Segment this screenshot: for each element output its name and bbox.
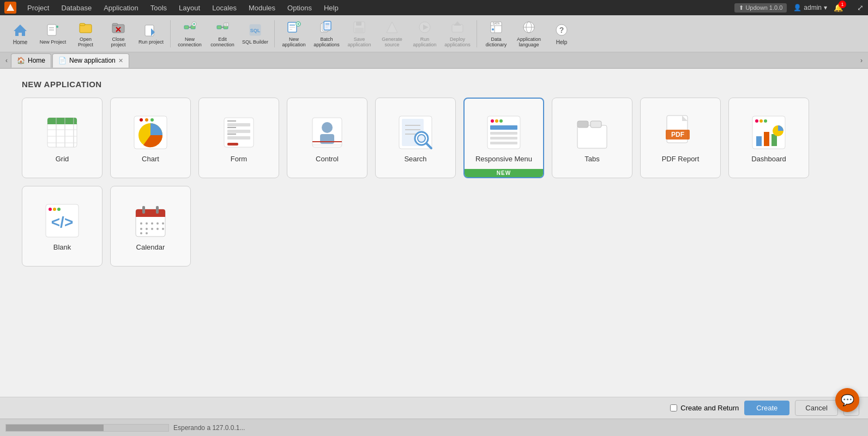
svg-point-93	[418, 135, 425, 142]
menu-tools[interactable]: Tools	[145, 2, 172, 14]
create-button[interactable]: Create	[744, 401, 789, 415]
svg-point-121	[57, 208, 61, 211]
svg-rect-24	[224, 23, 228, 26]
app-card-search[interactable]: Search	[375, 98, 456, 178]
run-application-icon	[417, 20, 432, 35]
app-card-calendar[interactable]: Calendar	[110, 186, 191, 267]
responsive-menu-icon	[485, 113, 523, 152]
page-tab-icon: 📄	[58, 57, 67, 64]
svg-point-96	[491, 119, 494, 123]
svg-text:?: ?	[559, 26, 564, 34]
svg-rect-77	[227, 136, 250, 140]
chat-bubble[interactable]: 💬	[835, 388, 859, 412]
new-project-button[interactable]: New Project	[37, 18, 69, 50]
app-card-blank[interactable]: </> Blank	[22, 186, 103, 267]
tab-close-button[interactable]: ✕	[118, 57, 123, 64]
save-application-button[interactable]: Save application	[343, 18, 375, 50]
app-card-form[interactable]: Form	[198, 98, 279, 178]
user-icon: 👤	[793, 4, 801, 11]
menu-application[interactable]: Application	[98, 2, 144, 14]
create-and-return-checkbox[interactable]	[670, 404, 677, 411]
deploy-applications-icon	[450, 20, 465, 35]
tab-scroll-right[interactable]: ›	[857, 53, 866, 68]
menu-database[interactable]: Database	[56, 2, 97, 14]
edit-connection-button[interactable]: Edit connection	[207, 18, 238, 50]
app-card-responsive-menu[interactable]: Responsive Menu NEW	[463, 98, 544, 178]
responsive-menu-label: Responsive Menu	[475, 155, 532, 163]
svg-marker-49	[454, 21, 461, 26]
sql-builder-icon: SQL	[248, 22, 263, 38]
user-menu[interactable]: 👤 admin ▾	[793, 4, 827, 11]
save-application-icon	[352, 20, 367, 35]
menu-layout[interactable]: Layout	[173, 2, 206, 14]
sql-builder-button[interactable]: SQL SQL Builder	[239, 18, 271, 50]
help-button[interactable]: ? Help	[546, 18, 577, 50]
svg-point-98	[499, 119, 503, 123]
svg-point-138	[140, 232, 142, 234]
svg-text:SQL: SQL	[250, 28, 261, 33]
svg-marker-45	[387, 22, 397, 33]
menubar: Project Database Application Tools Layou…	[0, 0, 868, 15]
svg-point-139	[146, 232, 148, 234]
data-dictionary-button[interactable]: DATA Data dictionary	[480, 18, 512, 50]
svg-text:DATA: DATA	[493, 22, 500, 25]
close-project-icon	[111, 20, 126, 35]
open-project-button[interactable]: Open Project	[70, 18, 101, 50]
notification-badge: 1	[839, 1, 846, 8]
expand-icon[interactable]: ⤢	[857, 3, 864, 12]
svg-rect-105	[590, 121, 601, 128]
svg-point-136	[156, 228, 159, 230]
menu-options[interactable]: Options	[282, 2, 317, 14]
main-content: NEW APPLICATION	[0, 69, 868, 419]
app-card-dashboard[interactable]: Dashboard	[728, 98, 809, 178]
svg-point-54	[492, 28, 494, 31]
blank-icon: </>	[43, 202, 81, 240]
app-card-grid[interactable]: Grid	[22, 98, 103, 178]
new-connection-icon	[182, 20, 197, 35]
svg-text:</>: </>	[51, 214, 73, 231]
tab-home[interactable]: 🏠 Home	[11, 53, 51, 68]
run-application-button[interactable]: Run application	[409, 18, 441, 50]
svg-rect-99	[490, 125, 517, 130]
tabs-label: Tabs	[584, 155, 599, 163]
home-button[interactable]: Home	[4, 18, 36, 50]
search-label: Search	[404, 155, 426, 163]
tab-scroll-left[interactable]: ‹	[2, 53, 11, 68]
app-card-pdf[interactable]: PDF PDF Report	[640, 98, 721, 178]
menu-project[interactable]: Project	[22, 2, 55, 14]
deploy-applications-button[interactable]: Deploy applications	[442, 18, 473, 50]
new-connection-button[interactable]: New connection	[174, 18, 206, 50]
new-application-icon	[286, 20, 302, 35]
tab-new-application[interactable]: 📄 New application ✕	[52, 53, 129, 68]
generate-source-button[interactable]: Generate source	[376, 18, 408, 50]
tabs-icon	[573, 113, 611, 152]
new-project-icon	[45, 22, 61, 38]
menu-locales[interactable]: Locales	[207, 2, 242, 14]
svg-rect-43	[356, 22, 361, 26]
generate-source-icon	[384, 20, 400, 35]
close-project-button[interactable]: Close project	[103, 18, 134, 50]
menu-modules[interactable]: Modules	[243, 2, 281, 14]
svg-point-129	[146, 222, 148, 225]
toolbar-separator-1	[170, 20, 171, 47]
run-project-button[interactable]: Run project	[135, 18, 167, 50]
application-language-button[interactable]: Application language	[513, 18, 545, 50]
batch-applications-button[interactable]: Batch applications	[311, 18, 342, 50]
cancel-button[interactable]: Cancel	[795, 400, 837, 416]
app-card-chart[interactable]: Chart	[110, 98, 191, 178]
blank-label: Blank	[53, 243, 71, 251]
new-application-button[interactable]: New application	[278, 18, 310, 50]
svg-rect-10	[112, 23, 118, 26]
grid-icon	[43, 113, 81, 152]
menu-help[interactable]: Help	[318, 2, 344, 14]
app-card-control[interactable]: Control	[287, 98, 367, 178]
svg-marker-1	[14, 25, 27, 36]
progress-bar-container	[5, 424, 169, 432]
app-card-tabs[interactable]: Tabs	[552, 98, 632, 178]
create-and-return-option[interactable]: Create and Return	[670, 404, 739, 412]
version-badge: ⬆ Updown 1.0.0	[734, 3, 787, 13]
svg-text:PDF: PDF	[671, 131, 684, 138]
svg-rect-104	[577, 121, 588, 128]
svg-point-132	[162, 222, 164, 225]
svg-rect-125	[136, 214, 165, 217]
